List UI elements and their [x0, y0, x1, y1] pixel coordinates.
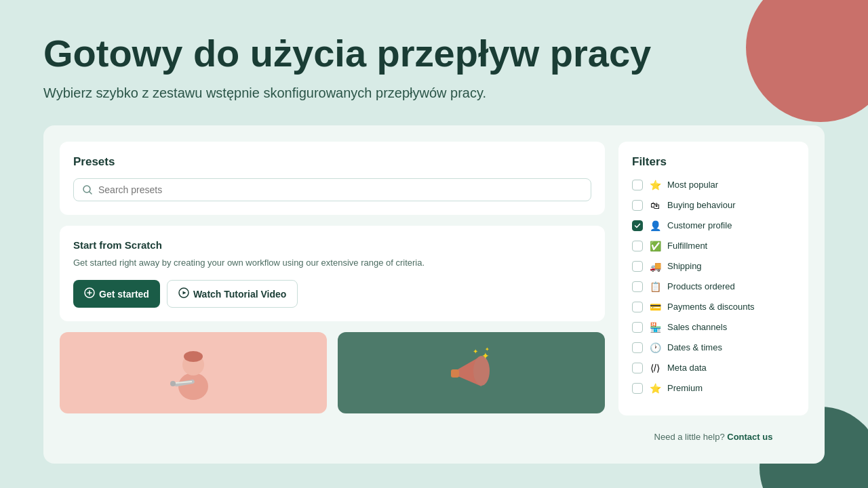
hero-subtitle: Wybierz szybko z zestawu wstępnie skonfi… [43, 85, 825, 101]
filter-icon-payments-discounts: 💳 [648, 300, 662, 314]
filter-icon-meta-data: ⟨/⟩ [648, 361, 662, 375]
filter-checkbox-fulfillment[interactable] [632, 241, 643, 251]
filter-item-most-popular[interactable]: ⭐Most popular [632, 178, 795, 192]
presets-title: Presets [73, 155, 591, 169]
filter-item-shipping[interactable]: 🚚Shipping [632, 260, 795, 273]
hero-title: Gotowy do użycia przepływ pracy [43, 33, 825, 75]
filter-item-products-ordered[interactable]: 📋Products ordered [632, 280, 795, 293]
filter-item-meta-data[interactable]: ⟨/⟩Meta data [632, 361, 795, 375]
filter-checkbox-dates-times[interactable] [632, 342, 643, 353]
filter-item-sales-channels[interactable]: 🏪Sales channels [632, 321, 795, 334]
svg-text:✦: ✦ [485, 346, 490, 352]
svg-point-9 [184, 351, 203, 362]
filter-label-shipping: Shipping [667, 261, 702, 271]
filter-item-customer-profile[interactable]: 👤Customer profile [632, 219, 795, 232]
watch-tutorial-button[interactable]: Watch Tutorial Video [167, 280, 298, 308]
get-started-label: Get started [99, 289, 149, 300]
filter-label-buying-behaviour: Buying behaviour [667, 200, 735, 210]
filter-icon-buying-behaviour: 🛍 [648, 199, 662, 212]
filter-items-container: ⭐Most popular🛍Buying behaviour👤Customer … [632, 178, 795, 395]
thumbnails-row: ✦ ✦ ✦ [60, 332, 605, 413]
play-icon [178, 287, 189, 300]
filter-icon-premium: ⭐ [648, 382, 662, 395]
filter-checkbox-most-popular[interactable] [632, 180, 643, 190]
filters-title: Filters [632, 155, 795, 169]
filter-item-dates-times[interactable]: 🕐Dates & times [632, 341, 795, 354]
get-started-button[interactable]: Get started [73, 280, 160, 308]
thumb-card-pink[interactable] [60, 332, 327, 413]
filter-checkbox-buying-behaviour[interactable] [632, 200, 643, 211]
filter-checkbox-meta-data[interactable] [632, 363, 643, 373]
svg-marker-6 [182, 291, 186, 295]
scratch-desc: Get started right away by creating your … [73, 256, 591, 270]
left-panel: Presets Start from Scratch Get started r… [60, 142, 605, 447]
filters-box: Filters ⭐Most popular🛍Buying behaviour👤C… [618, 142, 808, 415]
watch-tutorial-label: Watch Tutorial Video [193, 289, 286, 300]
filter-icon-products-ordered: 📋 [648, 280, 662, 293]
filter-checkbox-customer-profile[interactable] [632, 220, 643, 231]
scratch-title: Start from Scratch [73, 239, 591, 251]
contact-us-link[interactable]: Contact us [727, 432, 772, 442]
filter-checkbox-products-ordered[interactable] [632, 281, 643, 292]
filter-icon-sales-channels: 🏪 [648, 321, 662, 334]
filter-icon-shipping: 🚚 [648, 260, 662, 273]
filter-checkbox-sales-channels[interactable] [632, 322, 643, 333]
filter-label-customer-profile: Customer profile [667, 220, 732, 230]
person-illustration [166, 339, 220, 407]
search-bar [73, 178, 591, 201]
search-icon [82, 184, 93, 195]
filter-label-most-popular: Most popular [667, 180, 718, 190]
filter-label-products-ordered: Products ordered [667, 281, 735, 291]
filter-icon-customer-profile: 👤 [648, 219, 662, 232]
filter-label-payments-discounts: Payments & discounts [667, 302, 755, 312]
thumb-card-green[interactable]: ✦ ✦ ✦ [338, 332, 605, 413]
filter-item-premium[interactable]: ⭐Premium [632, 382, 795, 395]
svg-point-7 [178, 373, 208, 400]
filter-icon-fulfillment: ✅ [648, 239, 662, 253]
filter-label-sales-channels: Sales channels [667, 322, 727, 332]
plus-icon [84, 287, 95, 300]
filter-item-buying-behaviour[interactable]: 🛍Buying behaviour [632, 199, 795, 212]
svg-text:✦: ✦ [473, 348, 478, 355]
filter-label-meta-data: Meta data [667, 363, 707, 373]
scratch-buttons: Get started Watch Tutorial Video [73, 280, 591, 308]
svg-point-11 [170, 381, 176, 386]
main-card: Presets Start from Scratch Get started r… [43, 125, 825, 464]
search-input[interactable] [98, 184, 583, 195]
filter-checkbox-shipping[interactable] [632, 261, 643, 272]
filter-checkbox-premium[interactable] [632, 383, 643, 394]
megaphone-illustration: ✦ ✦ ✦ [444, 339, 498, 407]
filter-label-premium: Premium [667, 383, 703, 393]
filter-label-fulfillment: Fulfillment [667, 241, 707, 251]
scratch-box: Start from Scratch Get started right awa… [60, 226, 605, 322]
presets-box: Presets [60, 142, 605, 215]
filter-checkbox-payments-discounts[interactable] [632, 302, 643, 312]
svg-rect-14 [451, 369, 459, 378]
right-panel: Filters ⭐Most popular🛍Buying behaviour👤C… [618, 142, 808, 447]
svg-line-1 [90, 192, 92, 194]
help-text: Need a little help? [654, 432, 725, 442]
filter-icon-most-popular: ⭐ [648, 178, 662, 192]
filter-item-payments-discounts[interactable]: 💳Payments & discounts [632, 300, 795, 314]
filter-item-fulfillment[interactable]: ✅Fulfillment [632, 239, 795, 253]
filter-icon-dates-times: 🕐 [648, 341, 662, 354]
filter-label-dates-times: Dates & times [667, 342, 722, 352]
help-section: Need a little help? Contact us [618, 426, 808, 447]
